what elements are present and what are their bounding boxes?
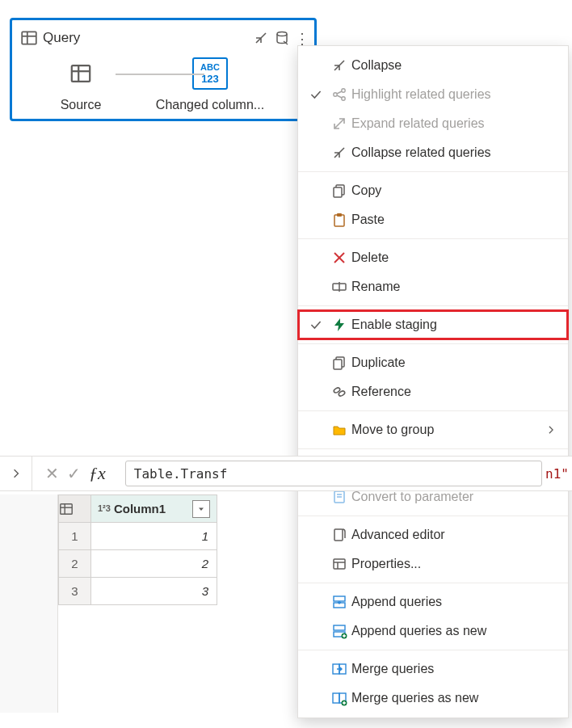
column-filter-button[interactable] [192,500,210,518]
collapse-icon [327,145,351,161]
menu-item-collapse-related-queries[interactable]: Collapse related queries [298,138,568,167]
menu-item-label: Reference [351,385,544,399]
rename-icon [327,279,351,295]
query-card[interactable]: Query ⋮ Source ABC 123 Changed column...… [10,18,317,121]
menu-item-label: Highlight related queries [351,87,544,102]
menu-item-label: Collapse related queries [351,145,544,160]
merge-icon [327,661,351,677]
menu-item-label: Rename [351,280,544,294]
type-badge-icon: 1²3 [98,504,111,513]
row-index[interactable]: 2 [59,550,91,578]
menu-separator [298,515,568,516]
copy-icon [327,183,351,199]
step-source[interactable]: Source [20,57,141,112]
menu-item-delete[interactable]: Delete [298,243,568,272]
menu-item-paste[interactable]: Paste [298,205,568,234]
paste-icon [327,212,351,228]
folder-icon [327,422,351,438]
step-changed-column[interactable]: ABC 123 Changed column... [149,57,271,112]
table-row[interactable]: 33 [59,578,217,605]
column-name: Column1 [114,502,166,515]
menu-item-label: Advanced editor [351,528,544,542]
staging-icon [327,317,351,333]
more-options-icon[interactable]: ⋮ [295,30,306,46]
menu-item-append-queries-as-new[interactable]: Append queries as new [298,616,568,646]
formula-input[interactable] [125,461,542,486]
menu-item-label: Convert to parameter [351,490,544,504]
menu-item-copy[interactable]: Copy [298,176,568,205]
menu-item-advanced-editor[interactable]: Advanced editor [298,520,568,549]
menu-item-label: Copy [351,183,544,198]
abc-text: ABC [200,62,220,73]
select-all-corner[interactable] [59,495,91,523]
menu-item-rename[interactable]: Rename [298,272,568,301]
formula-bar-buttons: ✕ ✓ ƒx [32,463,125,484]
database-icon[interactable] [274,30,290,46]
formula-tail-fragment: n1" [542,466,572,482]
grid-gutter [0,494,58,713]
delete-icon [327,250,351,266]
menu-item-merge-queries-as-new[interactable]: Merge queries as new [298,684,568,713]
menu-item-append-queries[interactable]: Append queries [298,587,568,616]
menu-item-label: Paste [351,213,544,227]
menu-item-label: Delete [351,250,544,265]
menu-item-merge-queries[interactable]: Merge queries [298,654,568,684]
highlight-icon [327,86,351,103]
menu-item-duplicate[interactable]: Duplicate [298,348,568,377]
menu-separator [298,305,568,306]
menu-item-label: Collapse [351,58,544,73]
step-connector [116,74,204,75]
menu-item-enable-staging[interactable]: Enable staging [298,310,568,339]
menu-item-label: Enable staging [351,318,544,332]
chevron-right-icon [544,424,558,436]
row-index[interactable]: 1 [59,523,91,550]
append-icon [327,594,351,610]
menu-item-label: Properties... [351,557,544,571]
table-icon [63,57,99,90]
menu-item-label: Expand related queries [351,116,544,131]
editor-icon [327,527,351,543]
duplicate-icon [327,355,351,371]
query-card-header: Query ⋮ [20,27,306,49]
parameter-icon [327,489,351,505]
table-row[interactable]: 22 [59,550,217,578]
merge-new-icon [327,690,351,706]
menu-item-label: Append queries as new [351,624,544,638]
fx-icon[interactable]: ƒx [89,463,112,484]
cancel-formula-icon[interactable]: ✕ [45,464,59,483]
data-grid: 1²3 Column1 112233 [58,494,217,605]
step-label: Changed column... [156,98,264,112]
menu-item-label: Merge queries [351,662,544,676]
expand-panel-button[interactable] [0,457,32,490]
append-new-icon [327,623,351,639]
menu-separator [298,410,568,411]
menu-item-move-to-group[interactable]: Move to group [298,415,568,444]
collapse-card-icon[interactable] [253,30,269,46]
expand-icon [327,116,351,132]
step-label: Source [61,98,102,112]
menu-item-collapse[interactable]: Collapse [298,51,568,80]
collapse-icon [327,57,351,74]
context-menu: CollapseHighlight related queriesExpand … [297,45,569,718]
menu-separator [298,448,568,449]
menu-item-label: Merge queries as new [351,691,544,705]
commit-formula-icon[interactable]: ✓ [67,464,81,483]
menu-separator [298,171,568,172]
cell-value[interactable]: 2 [91,550,217,578]
properties-icon [327,556,351,572]
check-icon [305,88,327,101]
check-icon [305,318,327,331]
row-index[interactable]: 3 [59,578,91,605]
cell-value[interactable]: 1 [91,523,217,550]
menu-item-label: Duplicate [351,356,544,370]
table-icon [20,29,38,47]
query-steps: Source ABC 123 Changed column... + [20,57,306,112]
menu-item-reference[interactable]: Reference [298,377,568,406]
column-header[interactable]: 1²3 Column1 [91,495,217,523]
cell-value[interactable]: 3 [91,578,217,605]
menu-item-properties[interactable]: Properties... [298,549,568,579]
menu-separator [298,238,568,239]
query-title: Query [43,30,248,46]
table-row[interactable]: 11 [59,523,217,550]
reference-icon [327,384,351,400]
